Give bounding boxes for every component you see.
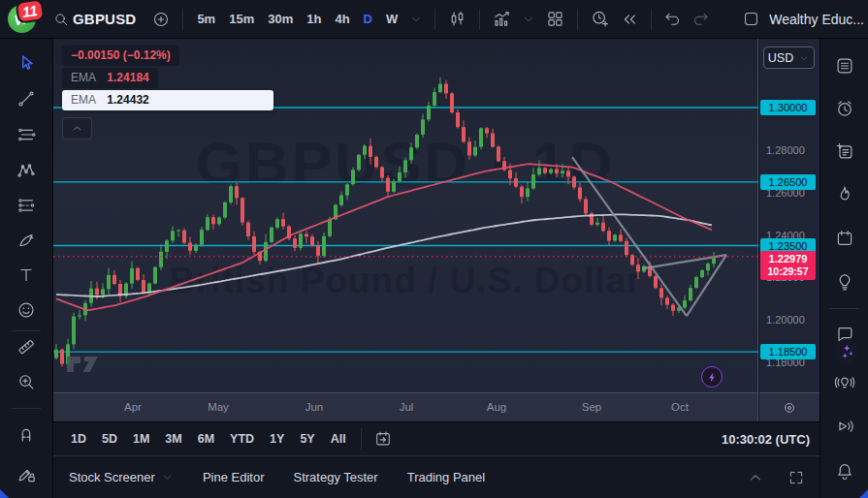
tool-magnet-button[interactable] [9, 418, 44, 451]
level-price-label: 1.30000 [760, 100, 816, 115]
watchlist-icon [834, 55, 855, 77]
quick-action-bolt-button[interactable] [701, 366, 723, 388]
go-to-date-button[interactable] [369, 425, 398, 452]
interval-5m[interactable]: 5m [190, 8, 222, 30]
brand-logo[interactable]: W 11 [8, 5, 36, 33]
axis-settings-corner[interactable] [759, 392, 820, 421]
ema-fast-label: EMA [71, 71, 96, 84]
panel-tab-strategy-tester[interactable]: Strategy Tester [293, 470, 377, 484]
tool-brush-button[interactable] [9, 224, 44, 257]
clock[interactable]: 10:30:02 (UTC) [722, 432, 810, 447]
bar-replay-button[interactable] [615, 6, 644, 33]
panel-tab-label: Trading Panel [407, 470, 485, 484]
redo-button[interactable] [687, 6, 715, 32]
bolt-icon [706, 371, 719, 384]
undo-button[interactable] [659, 6, 687, 32]
chart-pane[interactable]: GBPUSD · 1DBritish Pound / U.S. Dollar −… [53, 39, 758, 392]
account-menu[interactable]: Wealthy Educ... [742, 10, 864, 28]
sidebar-calendar-button[interactable] [827, 222, 862, 255]
panel-expand-button[interactable] [742, 465, 769, 490]
toolbar-divider [577, 9, 578, 30]
sidebar-ideas-bulb-button[interactable] [827, 265, 862, 298]
sidebar-alarm-clock-button[interactable] [827, 92, 862, 125]
range-1m[interactable]: 1M [125, 429, 157, 449]
date-axis[interactable]: AprMayJunJulAugSepOct [53, 392, 758, 421]
range-5y[interactable]: 5Y [292, 429, 322, 449]
interval-30m[interactable]: 30m [261, 8, 300, 30]
tool-fib-retracement-button[interactable] [9, 118, 44, 151]
tool-trend-line-button[interactable] [9, 82, 44, 115]
ema-slow-label: EMA [71, 93, 96, 107]
toolbar-divider [182, 9, 183, 30]
panel-tab-pine-editor[interactable]: Pine Editor [203, 470, 265, 484]
cursor-icon [16, 52, 37, 74]
tool-zoom-in-button[interactable] [9, 365, 44, 398]
range-3m[interactable]: 3M [157, 429, 189, 449]
range-1y[interactable]: 1Y [262, 429, 292, 449]
chevron-down-icon [798, 52, 810, 64]
price-change: −0.00150 (−0.12%) [71, 48, 171, 62]
interval-dropdown-button[interactable] [404, 9, 428, 30]
indicators-button[interactable] [487, 5, 517, 33]
plus-circle-icon [151, 10, 171, 29]
sidebar-live-bulb-button[interactable] [827, 366, 862, 399]
range-toolbar: 1D5D1M3M6MYTD1Y5YAll 10:30:02 (UTC) [53, 421, 820, 455]
range-1d[interactable]: 1D [63, 429, 94, 449]
sidebar-watchlist-button[interactable] [827, 49, 862, 82]
panel-tab-stock-screener[interactable]: Stock Screener [69, 470, 174, 484]
month-label-jul: Jul [400, 401, 414, 413]
toolbar-divider [361, 428, 362, 450]
interval-4h[interactable]: 4h [328, 8, 356, 30]
gear-icon [781, 399, 798, 417]
tool-text-button[interactable] [9, 259, 44, 292]
create-alert-button[interactable] [585, 5, 615, 33]
interval-w[interactable]: W [379, 8, 404, 30]
sidebar-hotlist-flame-button[interactable] [827, 178, 862, 211]
panel-maximize-button[interactable] [783, 465, 810, 490]
search-icon [52, 11, 70, 28]
countdown-timer: 10:29:57 [760, 265, 816, 277]
range-ytd[interactable]: YTD [222, 429, 262, 449]
interval-d[interactable]: D [357, 8, 379, 30]
trend-line-icon [16, 88, 37, 109]
description-watermark: British Pound / U.S. Dollar [169, 261, 641, 300]
panel-tab-label: Strategy Tester [293, 470, 377, 484]
gear-icon [781, 399, 798, 417]
tool-ruler-button[interactable] [9, 330, 44, 363]
range-all[interactable]: All [323, 429, 354, 449]
legend-ema-slow-row[interactable]: EMA 1.24432 [62, 90, 273, 110]
layout-grid-button[interactable] [540, 5, 570, 33]
tool-emoji-button[interactable] [9, 294, 44, 327]
panel-tab-trading-panel[interactable]: Trading Panel [407, 470, 485, 484]
streams-play-icon [834, 416, 855, 437]
maximize-icon [788, 469, 805, 486]
symbol-search-button[interactable]: GBPUSD [48, 7, 141, 32]
xabcd-pattern-icon [16, 160, 37, 181]
tool-forecast-button[interactable] [9, 189, 44, 222]
interval-1h[interactable]: 1h [300, 8, 328, 30]
tool-draw-lock-button[interactable] [9, 457, 44, 490]
interval-15m[interactable]: 15m [222, 8, 261, 30]
legend-ema-fast-row[interactable]: EMA 1.24184 [62, 68, 158, 88]
currency-selector[interactable]: USD [763, 47, 815, 69]
tool-cursor-button[interactable] [9, 47, 44, 79]
legend-change-row[interactable]: −0.00150 (−0.12%) [62, 46, 179, 66]
level-price-label: 1.26500 [760, 174, 816, 190]
price-axis[interactable]: USD 1.280001.260001.240001.220001.200001… [759, 39, 820, 392]
ai-sparkles-badge[interactable] [833, 339, 858, 364]
tool-xabcd-pattern-button[interactable] [9, 154, 44, 187]
search-icon [52, 11, 70, 28]
chevron-up-icon [71, 122, 83, 135]
sidebar-streams-play-button[interactable] [827, 410, 862, 443]
indicators-dropdown-button[interactable] [517, 9, 540, 30]
add-symbol-button[interactable] [146, 6, 176, 33]
legend-collapse-button[interactable] [62, 117, 92, 140]
chart-style-button[interactable] [442, 5, 472, 33]
tradingview-watermark-logo[interactable] [65, 353, 102, 380]
sidebar-notes-plus-button[interactable] [827, 135, 862, 168]
toolbar-divider [12, 330, 41, 331]
range-6m[interactable]: 6M [190, 429, 222, 449]
forecast-icon [16, 195, 37, 216]
range-5d[interactable]: 5D [94, 429, 125, 449]
sidebar-notifications-bell-button[interactable] [827, 455, 862, 488]
